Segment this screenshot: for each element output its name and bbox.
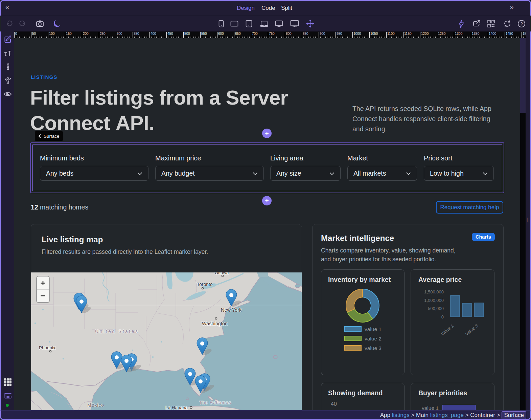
svg-text:600: 600 — [218, 32, 224, 36]
svg-text:0: 0 — [15, 32, 17, 36]
svg-text:450: 450 — [167, 32, 173, 36]
svg-text:150: 150 — [66, 32, 72, 36]
svg-text:1400: 1400 — [489, 32, 497, 36]
svg-text:250: 250 — [100, 32, 106, 36]
svg-text:400: 400 — [151, 32, 156, 36]
svg-text:100: 100 — [49, 32, 55, 36]
svg-text:1300: 1300 — [455, 32, 463, 36]
svg-text:300: 300 — [117, 32, 122, 36]
svg-text:500: 500 — [184, 32, 190, 36]
svg-text:1250: 1250 — [438, 32, 446, 36]
svg-text:800: 800 — [286, 32, 292, 36]
svg-text:350: 350 — [134, 32, 139, 36]
svg-text:50: 50 — [32, 32, 36, 36]
svg-text:700: 700 — [252, 32, 258, 36]
svg-text:950: 950 — [337, 32, 342, 36]
svg-text:650: 650 — [235, 32, 241, 36]
svg-text:200: 200 — [83, 32, 89, 36]
svg-text:1000: 1000 — [353, 32, 361, 36]
svg-text:1450: 1450 — [506, 32, 513, 36]
svg-text:?: ? — [520, 21, 523, 26]
svg-text:1150: 1150 — [404, 32, 412, 36]
svg-text:850: 850 — [303, 32, 308, 36]
svg-text:1050: 1050 — [370, 32, 378, 36]
svg-text:750: 750 — [269, 32, 275, 36]
svg-text:1100: 1100 — [387, 32, 395, 36]
svg-text:550: 550 — [201, 32, 207, 36]
svg-text:1200: 1200 — [421, 32, 429, 36]
svg-text:900: 900 — [320, 32, 325, 36]
svg-text:1350: 1350 — [472, 32, 480, 36]
